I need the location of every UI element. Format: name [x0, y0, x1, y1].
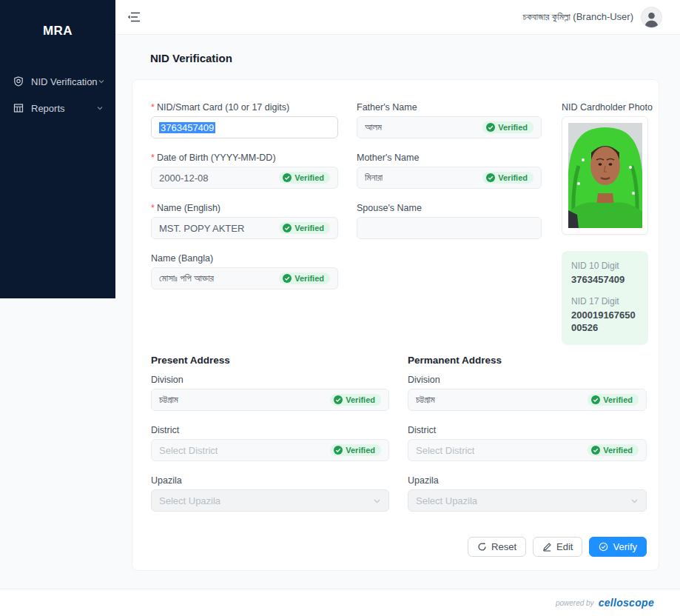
permanent-district-select[interactable]: Select District Verified — [408, 439, 647, 461]
edit-button[interactable]: Edit — [533, 537, 582, 557]
father-name-input[interactable]: আলম Verified — [357, 116, 542, 138]
page-footer: powered by celloscope — [0, 589, 680, 616]
nid-cardholder-photo — [562, 116, 648, 235]
edit-icon — [542, 542, 552, 552]
spouse-name-input[interactable] — [357, 217, 542, 239]
sidebar-item-label: NID Verification — [31, 76, 98, 87]
check-circle-icon — [599, 542, 608, 552]
sidebar: MRA NID Verification Reports — [0, 0, 115, 298]
portrait-photo-graphic — [568, 123, 642, 228]
present-upazila-select[interactable]: Select Upazila — [151, 489, 389, 512]
page-title: NID Verification — [150, 52, 232, 64]
verified-badge: Verified — [279, 272, 330, 284]
sidebar-nav: NID Verification Reports — [0, 68, 115, 121]
field-label: NID/Smart Card (10 or 17 digits) — [157, 102, 289, 113]
selected-text: 3763457409 — [159, 122, 215, 133]
reset-icon — [477, 542, 487, 552]
field-spouse-name: Spouse's Name — [357, 203, 542, 239]
verified-badge: Verified — [482, 172, 533, 184]
permanent-upazila-select[interactable]: Select Upazila — [408, 489, 647, 512]
field-name-bangla: Name (Bangla) মোসাঃ পপি আক্তার Verified — [151, 253, 338, 289]
required-asterisk: * — [151, 102, 155, 113]
table-icon — [13, 103, 24, 113]
verified-badge: Verified — [279, 172, 330, 184]
sidebar-item-nid-verification[interactable]: NID Verification — [0, 68, 115, 95]
reset-button[interactable]: Reset — [468, 537, 526, 557]
field-present-district: District Select District Verified — [151, 425, 389, 461]
chevron-down-icon — [96, 104, 104, 112]
field-dob: *Date of Birth (YYYY-MM-DD) 2000-12-08 V… — [151, 153, 338, 189]
dob-input[interactable]: 2000-12-08 Verified — [151, 167, 338, 189]
field-permanent-district: District Select District Verified — [408, 425, 647, 461]
nid10-label: NID 10 Digit — [571, 261, 639, 272]
field-present-upazila: Upazila Select Upazila — [151, 475, 389, 512]
permanent-division-input[interactable]: চট্টগ্রাম Verified — [408, 389, 647, 411]
field-label: Division — [151, 375, 389, 386]
chevron-down-icon — [373, 497, 381, 505]
field-label: Date of Birth (YYYY-MM-DD) — [157, 153, 276, 163]
form-column-left: *NID/Smart Card (10 or 17 digits) 376345… — [151, 102, 338, 304]
verified-badge: Verified — [588, 444, 639, 456]
field-label: Mother's Name — [357, 153, 419, 163]
nid10-value: 3763457409 — [571, 273, 639, 286]
field-label: Name (English) — [157, 203, 221, 213]
field-permanent-upazila: Upazila Select Upazila — [408, 475, 647, 512]
field-label: Division — [408, 375, 647, 386]
section-heading: Present Address — [151, 355, 389, 366]
field-label: District — [151, 425, 389, 436]
user-name: চকবাজার কুমিল্লা (Branch-User) — [523, 11, 633, 23]
field-label: District — [408, 425, 647, 436]
app-logo: MRA — [0, 24, 115, 38]
verified-badge: Verified — [279, 222, 330, 234]
verified-badge: Verified — [588, 394, 639, 406]
nid-input[interactable]: 3763457409 — [151, 116, 338, 138]
name-bangla-input[interactable]: মোসাঃ পপি আক্তার Verified — [151, 267, 338, 289]
form-column-middle: Father's Name আলম Verified Mother's Name… — [357, 102, 542, 253]
chevron-down-icon — [98, 78, 105, 85]
field-name-english: *Name (English) MST. POPY AKTER Verified — [151, 203, 338, 239]
field-father-name: Father's Name আলম Verified — [357, 102, 542, 138]
nid17-value: 20001916765000526 — [571, 309, 639, 334]
field-label: Upazila — [408, 475, 647, 486]
chevron-down-icon — [630, 497, 639, 505]
name-english-input[interactable]: MST. POPY AKTER Verified — [151, 217, 338, 239]
required-asterisk: * — [151, 203, 155, 213]
mother-name-input[interactable]: মিনারা Verified — [357, 167, 542, 189]
field-nid: *NID/Smart Card (10 or 17 digits) 376345… — [151, 102, 338, 138]
nid-verification-card: *NID/Smart Card (10 or 17 digits) 376345… — [132, 79, 659, 571]
verified-badge: Verified — [330, 394, 381, 406]
section-heading: Permanent Address — [408, 355, 647, 366]
field-label: Spouse's Name — [357, 203, 422, 213]
photo-label: NID Cardholder Photo — [562, 102, 648, 113]
avatar — [641, 7, 662, 28]
verified-badge: Verified — [482, 121, 533, 133]
form-column-photo: NID Cardholder Photo — [562, 102, 648, 345]
field-mother-name: Mother's Name মিনারা Verified — [357, 153, 542, 189]
present-division-input[interactable]: চট্টগ্রাম Verified — [151, 389, 389, 411]
nid17-label: NID 17 Digit — [571, 296, 639, 307]
top-header: চকবাজার কুমিল্লা (Branch-User) — [115, 0, 680, 35]
shield-icon — [13, 76, 24, 87]
field-label: Upazila — [151, 475, 389, 486]
verified-badge: Verified — [330, 444, 381, 456]
required-asterisk: * — [151, 153, 155, 163]
field-present-division: Division চট্টগ্রাম Verified — [151, 375, 389, 411]
menu-fold-icon[interactable] — [127, 11, 141, 23]
present-address-section: Present Address Division চট্টগ্রাম Verif… — [151, 355, 389, 526]
sidebar-item-label: Reports — [31, 103, 96, 114]
powered-by-text: powered by — [556, 599, 594, 607]
celloscope-logo: celloscope — [599, 597, 654, 609]
app-root: MRA NID Verification Reports — [0, 0, 680, 616]
field-label: Name (Bangla) — [151, 253, 213, 264]
present-district-select[interactable]: Select District Verified — [151, 439, 389, 461]
sidebar-item-reports[interactable]: Reports — [0, 95, 115, 121]
field-permanent-division: Division চট্টগ্রাম Verified — [408, 375, 647, 411]
verify-button[interactable]: Verify — [589, 537, 647, 557]
action-buttons: Reset Edit Verify — [468, 537, 647, 557]
user-menu[interactable]: চকবাজার কুমিল্লা (Branch-User) — [523, 7, 662, 28]
nid-summary-box: NID 10 Digit 3763457409 NID 17 Digit 200… — [562, 251, 648, 345]
permanent-address-section: Permanent Address Division চট্টগ্রাম Ver… — [408, 355, 647, 526]
field-label: Father's Name — [357, 102, 417, 113]
